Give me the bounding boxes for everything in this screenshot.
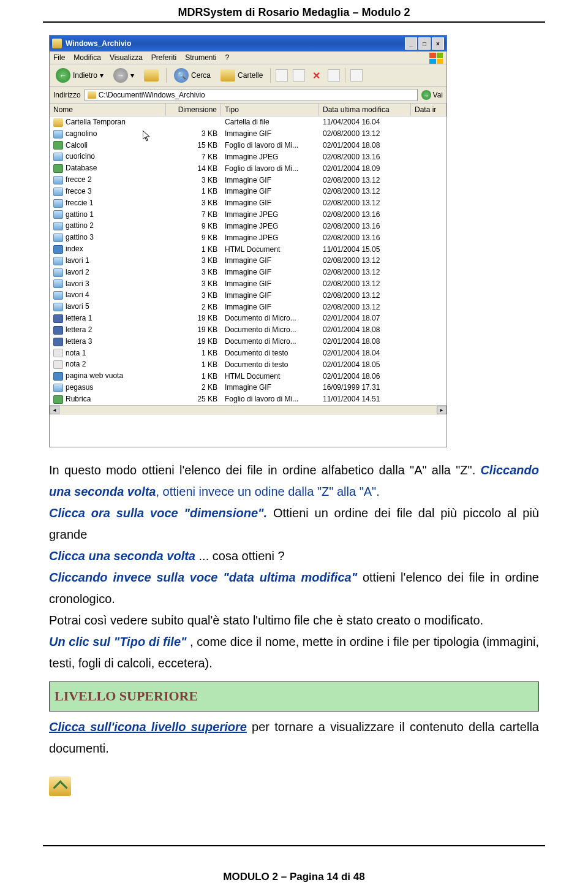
page-header: MDRSystem di Rosario Medaglia – Modulo 2 [0, 0, 588, 21]
table-row[interactable]: Database14 KBFoglio di lavoro di Mi...02… [50, 162, 447, 174]
file-extra [411, 180, 447, 181]
file-size: 3 KB [166, 175, 221, 185]
file-name: Calcoli [66, 141, 88, 150]
views-button[interactable] [350, 69, 363, 82]
table-row[interactable]: lettera 119 KBDocumento di Micro...02/01… [50, 313, 447, 324]
file-date: 02/08/2000 13.16 [319, 152, 411, 162]
up-button[interactable] [141, 68, 161, 83]
scroll-right-button[interactable]: ► [437, 406, 447, 414]
file-extra [411, 387, 447, 388]
file-extra [411, 341, 447, 342]
table-row[interactable]: nota 11 KBDocumento di testo02/01/2004 1… [50, 347, 447, 359]
menu-file[interactable]: File [53, 53, 65, 62]
copy-to-icon[interactable] [293, 69, 305, 82]
titlebar[interactable]: Windows_Archivio _ □ × [50, 36, 447, 51]
address-input[interactable]: C:\Documenti\Windows_Archivio [85, 89, 418, 101]
file-gif-icon [53, 279, 63, 288]
col-header-type[interactable]: Tipo [221, 104, 319, 116]
folders-button[interactable]: Cartelle [218, 68, 265, 83]
emphasis-text: Clicca ora sulla voce "dimensione". [49, 506, 267, 520]
file-date: 02/01/2004 18.07 [319, 313, 411, 323]
go-arrow-icon: → [421, 90, 431, 100]
col-header-extra[interactable]: Data ir [411, 104, 447, 116]
table-row[interactable]: pegasus2 KBImmagine GIF16/09/1999 17.31 [50, 382, 447, 393]
scroll-left-button[interactable]: ◄ [50, 406, 59, 414]
paragraph: Clicca sull'icona livello superiore per … [49, 716, 539, 759]
menu-strumenti[interactable]: Strumenti [185, 53, 216, 62]
table-row[interactable]: lavori 52 KBImmagine GIF02/08/2000 13.12 [50, 301, 447, 313]
file-extra [411, 226, 447, 227]
file-type: Documento di Micro... [221, 313, 319, 323]
menu-modifica[interactable]: Modifica [74, 53, 101, 62]
file-extra [411, 214, 447, 215]
menu-help[interactable]: ? [225, 53, 230, 62]
table-row[interactable]: gattino 17 KBImmagine JPEG02/08/2000 13.… [50, 209, 447, 221]
table-row[interactable]: index1 KBHTML Document11/01/2004 15.05 [50, 243, 447, 255]
col-header-name[interactable]: Nome [50, 104, 166, 116]
table-row[interactable]: Cartella TemporanCartella di file11/04/2… [50, 116, 447, 128]
table-row[interactable]: lavori 33 KBImmagine GIF02/08/2000 13.12 [50, 278, 447, 290]
file-size: 25 KB [166, 394, 221, 404]
close-button[interactable]: × [432, 37, 444, 50]
file-type: Cartella di file [221, 117, 319, 127]
file-extra [411, 295, 447, 296]
file-type: Immagine GIF [221, 186, 319, 196]
table-row[interactable]: Rubrica25 KBFoglio di lavoro di Mi...11/… [50, 393, 447, 405]
table-row[interactable]: gattino 29 KBImmagine JPEG02/08/2000 13.… [50, 220, 447, 232]
file-name: lavori 5 [66, 302, 89, 311]
file-name: Rubrica [66, 395, 91, 403]
file-date: 02/01/2004 18.08 [319, 336, 411, 346]
file-size [166, 121, 221, 123]
table-row[interactable]: lettera 219 KBDocumento di Micro...02/01… [50, 324, 447, 336]
dropdown-icon: ▾ [100, 71, 104, 80]
table-row[interactable]: lettera 319 KBDocumento di Micro...02/01… [50, 336, 447, 347]
back-button[interactable]: ← Indietro ▾ [53, 67, 106, 84]
file-xls-icon [53, 164, 63, 173]
folders-icon [221, 69, 235, 82]
file-type: Immagine GIF [221, 279, 319, 289]
file-date: 11/01/2004 14.51 [319, 394, 411, 404]
menubar: File Modifica Visualizza Preferiti Strum… [50, 51, 447, 64]
file-name: nota 2 [66, 360, 86, 368]
file-list-body: Cartella TemporanCartella di file11/04/2… [50, 116, 447, 405]
delete-button[interactable]: ✕ [310, 69, 323, 83]
minimize-button[interactable]: _ [405, 37, 417, 50]
maximize-button[interactable]: □ [418, 37, 431, 50]
go-button[interactable]: → Vai [421, 90, 443, 100]
table-row[interactable]: freccie 13 KBImmagine GIF02/08/2000 13.1… [50, 197, 447, 209]
forward-button[interactable]: → ▾ [111, 67, 137, 84]
menu-preferiti[interactable]: Preferiti [151, 53, 176, 62]
file-gif-icon [53, 384, 63, 392]
file-date: 02/01/2004 18.08 [319, 140, 411, 150]
menu-visualizza[interactable]: Visualizza [110, 53, 143, 62]
file-type: Immagine GIF [221, 198, 319, 208]
file-extra [411, 352, 447, 354]
table-row[interactable]: nota 21 KBDocumento di testo02/01/2004 1… [50, 359, 447, 370]
table-row[interactable]: Calcoli15 KBFoglio di lavoro di Mi...02/… [50, 140, 447, 151]
table-row[interactable]: pagina web vuota1 KBHTML Document02/01/2… [50, 370, 447, 382]
file-name: lavori 1 [66, 256, 89, 265]
folders-label: Cartelle [238, 71, 263, 80]
up-folder-icon [144, 69, 159, 82]
table-row[interactable]: lavori 43 KBImmagine GIF02/08/2000 13.12 [50, 289, 447, 301]
windows-logo-icon [429, 53, 443, 64]
col-header-size[interactable]: Dimensione [166, 104, 221, 116]
search-button[interactable]: 🔍 Cerca [172, 67, 213, 84]
file-name: cuoricino [66, 152, 95, 161]
file-txt-icon [53, 349, 63, 357]
undo-icon[interactable] [328, 69, 340, 82]
table-row[interactable]: cagnolino3 KBImmagine GIF02/08/2000 13.1… [50, 128, 447, 140]
file-size: 3 KB [166, 129, 221, 139]
table-row[interactable]: frecce 23 KBImmagine GIF02/08/2000 13.12 [50, 174, 447, 186]
table-row[interactable]: cuoricino7 KBImmagine JPEG02/08/2000 13.… [50, 151, 447, 162]
table-row[interactable]: lavori 23 KBImmagine GIF02/08/2000 13.12 [50, 267, 447, 278]
col-header-date[interactable]: Data ultima modifica [319, 104, 411, 116]
table-row[interactable]: gattino 39 KBImmagine JPEG02/08/2000 13.… [50, 232, 447, 243]
file-name: Database [66, 164, 97, 172]
move-to-icon[interactable] [276, 69, 288, 82]
file-type: HTML Document [221, 245, 319, 254]
table-row[interactable]: frecce 31 KBImmagine GIF02/08/2000 13.12 [50, 186, 447, 197]
horizontal-scrollbar[interactable]: ◄ ► [50, 405, 447, 415]
file-extra [411, 202, 447, 203]
table-row[interactable]: lavori 13 KBImmagine GIF02/08/2000 13.12 [50, 255, 447, 267]
